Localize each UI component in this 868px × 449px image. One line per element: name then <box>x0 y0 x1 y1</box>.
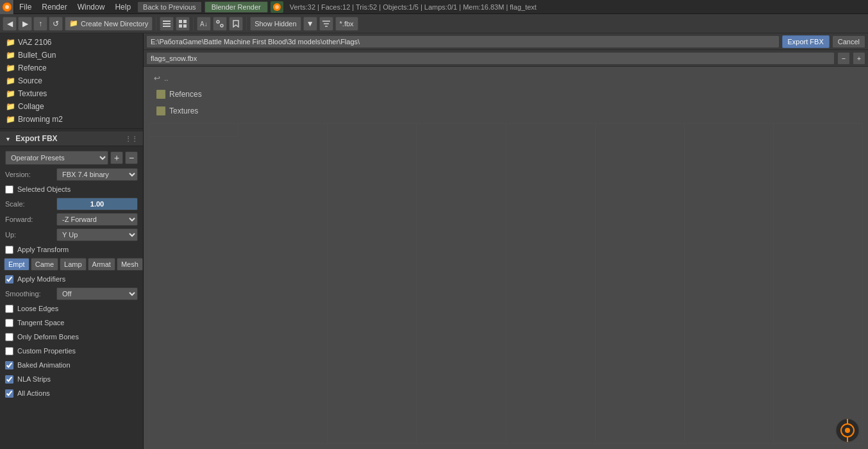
folder-label-textures: Textures <box>169 106 198 115</box>
menu-file[interactable]: File <box>14 0 37 13</box>
blender-render-button[interactable]: Blender Render <box>204 1 268 13</box>
tree-item-browning[interactable]: 📁 Browning m2 <box>0 113 143 126</box>
filter-button[interactable]: ▼ <box>303 17 317 31</box>
folder-icon-refences <box>156 90 165 99</box>
all-actions-label: All Actions <box>17 389 50 397</box>
show-hidden-button[interactable]: Show Hidden <box>250 17 301 31</box>
folder-textures[interactable]: Textures <box>149 104 863 118</box>
custom-properties-checkbox[interactable] <box>5 347 13 355</box>
tree-label-bulletgun: Bullet_Gun <box>18 51 56 60</box>
menu-window[interactable]: Window <box>72 0 110 13</box>
folder-refences[interactable]: Refences <box>149 87 863 101</box>
view-options-button[interactable] <box>213 17 227 31</box>
apply-modifiers-checkbox[interactable] <box>5 275 13 284</box>
version-label: Version: <box>5 171 56 178</box>
apply-transform-checkbox[interactable] <box>5 246 13 254</box>
up-value: Y Up <box>56 228 138 241</box>
baked-animation-checkbox[interactable] <box>5 361 13 369</box>
tree-label-source: Source <box>18 76 42 85</box>
tree-label-browning: Browning m2 <box>18 115 63 124</box>
presets-remove-button[interactable]: − <box>125 151 138 164</box>
nav-forward-button[interactable]: ▶ <box>18 17 32 31</box>
cancel-button[interactable]: Cancel <box>832 35 865 48</box>
tab-mesh[interactable]: Mesh <box>117 258 143 271</box>
nav-back-label: .. <box>164 74 169 83</box>
tab-empt[interactable]: Empt <box>4 258 29 271</box>
svg-rect-6 <box>163 26 171 27</box>
tree-item-collage[interactable]: 📁 Collage <box>0 100 143 113</box>
up-row: Up: Y Up <box>0 227 143 242</box>
all-actions-checkbox[interactable] <box>5 389 13 398</box>
export-fbx-button[interactable]: Export FBX <box>782 35 830 48</box>
sort-icon-button[interactable]: A↓ <box>197 17 211 31</box>
presets-add-button[interactable]: + <box>110 151 123 164</box>
folder-icon-browning: 📁 <box>5 114 15 124</box>
show-hidden-label: Show Hidden <box>255 20 296 28</box>
loose-edges-checkbox[interactable] <box>5 305 13 313</box>
bookmark-button[interactable] <box>229 17 243 31</box>
nav-up-button[interactable]: ↑ <box>33 17 47 31</box>
folder-icon: 📁 <box>69 19 78 28</box>
scale-slider[interactable]: 1.00 <box>56 198 138 210</box>
operator-presets-select[interactable]: Operator Presets <box>5 151 108 165</box>
version-row: Version: FBX 7.4 binary <box>0 167 143 182</box>
left-panel: 📁 VAZ 2106 📁 Bullet_Gun 📁 Refence 📁 Sour… <box>0 33 144 449</box>
folder-icon-textures-browser <box>156 106 165 115</box>
tree-label-vaz2106: VAZ 2106 <box>18 38 51 47</box>
nav-back-button[interactable]: ◀ <box>3 17 17 31</box>
export-panel-body: Operator Presets + − Version: FBX 7.4 bi… <box>0 146 143 403</box>
version-select[interactable]: FBX 7.4 binary <box>56 168 138 181</box>
scale-value[interactable]: 1.00 <box>56 198 138 210</box>
view-grid-button[interactable] <box>176 17 190 31</box>
custom-properties-label: Custom Properties <box>17 347 76 355</box>
path-input[interactable] <box>146 35 780 48</box>
nav-back-item[interactable]: ↩ .. <box>149 72 863 85</box>
smoothing-select[interactable]: Off <box>56 287 138 300</box>
svg-marker-14 <box>233 21 238 27</box>
back-to-previous-button[interactable]: Back to Previous <box>137 1 202 13</box>
filename-input[interactable] <box>146 52 835 65</box>
nav-reload-button[interactable]: ↺ <box>49 17 63 31</box>
file-grid: ↩ .. Refences Textures <box>144 67 868 449</box>
selected-objects-checkbox[interactable] <box>5 185 13 194</box>
menu-help[interactable]: Help <box>110 0 136 13</box>
create-new-directory-button[interactable]: 📁 Create New Directory <box>65 17 153 31</box>
baked-animation-row: Baked Animation <box>0 358 143 372</box>
size-plus-button[interactable]: + <box>853 52 865 65</box>
folder-icon-bulletgun: 📁 <box>5 50 15 60</box>
tab-came[interactable]: Came <box>31 258 58 271</box>
tangent-space-row: Tangent Space <box>0 316 143 330</box>
forward-select[interactable]: -Z Forward <box>56 213 138 226</box>
smoothing-label: Smoothing: <box>5 290 56 298</box>
create-dir-label: Create New Directory <box>81 20 148 28</box>
status-bar: Verts:32 | Faces:12 | Tris:52 | Objects:… <box>285 3 868 11</box>
tree-item-refence[interactable]: 📁 Refence <box>0 62 143 74</box>
export-fbx-title: ▼ Export FBX <box>5 134 58 143</box>
nla-strips-checkbox[interactable] <box>5 375 13 384</box>
up-select[interactable]: Y Up <box>56 228 138 241</box>
folder-label-refences: Refences <box>169 90 202 99</box>
apply-transform-row: Apply Transform <box>0 242 143 257</box>
tab-armat[interactable]: Armat <box>88 258 115 271</box>
tree-item-textures[interactable]: 📁 Textures <box>0 87 143 100</box>
version-value: FBX 7.4 binary <box>56 168 138 181</box>
tree-item-bulletgun[interactable]: 📁 Bullet_Gun <box>0 49 143 62</box>
grid-overlay <box>149 123 863 444</box>
tree-item-source[interactable]: 📁 Source <box>0 74 143 87</box>
filter-extension-button[interactable]: *.fbx <box>335 17 358 31</box>
menu-render[interactable]: Render <box>37 0 72 13</box>
folder-icon-source: 📁 <box>5 76 15 86</box>
nla-strips-label: NLA Strips <box>17 375 51 383</box>
export-fbx-panel: ▼ Export FBX ⋮⋮ Operator Presets + − Ver… <box>0 129 143 449</box>
nla-strips-row: NLA Strips <box>0 372 143 386</box>
view-list-button[interactable] <box>160 17 174 31</box>
only-deform-bones-checkbox[interactable] <box>5 333 13 341</box>
size-minus-button[interactable]: − <box>837 52 850 65</box>
filter-all-button[interactable] <box>319 17 333 31</box>
tree-item-vaz2106[interactable]: 📁 VAZ 2106 <box>0 36 143 49</box>
right-panel: Export FBX Cancel − + ↩ .. Ref <box>144 33 868 449</box>
export-fbx-header[interactable]: ▼ Export FBX ⋮⋮ <box>0 131 143 146</box>
tangent-space-checkbox[interactable] <box>5 319 13 327</box>
tab-lamp[interactable]: Lamp <box>60 258 87 271</box>
menu-bar: File Render Window Help <box>14 0 136 13</box>
